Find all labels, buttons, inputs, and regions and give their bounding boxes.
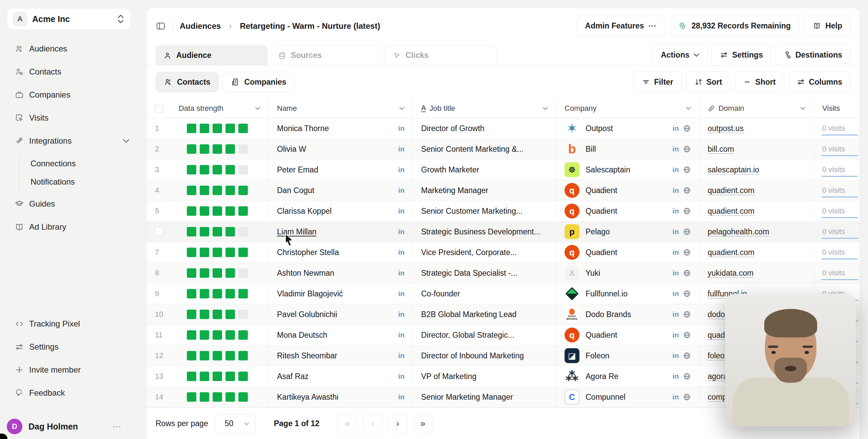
chevron-down-icon[interactable] bbox=[686, 107, 691, 110]
linkedin-icon[interactable]: in bbox=[398, 290, 405, 298]
sidebar-item-feedback[interactable]: Feedback bbox=[15, 383, 140, 402]
contact-name[interactable]: Christopher Stella bbox=[277, 248, 339, 257]
company-cell[interactable]: q Quadient in bbox=[556, 325, 699, 345]
linkedin-icon[interactable]: in bbox=[398, 248, 405, 256]
linkedin-icon[interactable]: in bbox=[672, 248, 679, 256]
name-cell[interactable]: Pavel Golubnichii in bbox=[269, 304, 413, 325]
company-cell[interactable]: ☸ Salescaptain in bbox=[556, 160, 699, 180]
domain-cell[interactable]: bill.com bbox=[699, 139, 814, 159]
linkedin-icon[interactable]: in bbox=[672, 331, 679, 339]
linkedin-icon[interactable]: in bbox=[398, 352, 405, 360]
sidebar-item-settings[interactable]: Settings bbox=[15, 337, 140, 356]
table-row[interactable]: Liam Millan in Strategic Business Develo… bbox=[147, 222, 860, 242]
globe-icon[interactable] bbox=[683, 207, 691, 215]
domain-cell[interactable]: quadient.com bbox=[699, 242, 814, 263]
domain-link[interactable]: quad bbox=[708, 331, 725, 340]
linkedin-icon[interactable]: in bbox=[398, 166, 405, 174]
sort-button[interactable]: Sort bbox=[686, 71, 731, 92]
name-cell[interactable]: Mona Deutsch in bbox=[269, 325, 413, 345]
domain-link[interactable]: foleo bbox=[708, 351, 725, 360]
name-cell[interactable]: Olivia W in bbox=[269, 139, 413, 159]
view-tab-companies[interactable]: Companies bbox=[223, 72, 295, 92]
linkedin-icon[interactable]: in bbox=[398, 372, 405, 380]
name-cell[interactable]: Dan Cogut in bbox=[269, 180, 413, 201]
domain-cell[interactable]: quadient.com bbox=[699, 201, 814, 221]
linkedin-icon[interactable]: in bbox=[672, 186, 679, 194]
company-name[interactable]: Quadient bbox=[586, 186, 617, 195]
tab-clicks[interactable]: Clicks bbox=[385, 45, 497, 65]
company-name[interactable]: Fullfunnel.io bbox=[586, 289, 628, 298]
globe-icon[interactable] bbox=[683, 166, 691, 174]
domain-link[interactable]: agora bbox=[708, 372, 728, 381]
domain-link[interactable]: bill.com bbox=[708, 145, 734, 154]
company-cell[interactable]: p Pelago in bbox=[556, 222, 699, 242]
name-cell[interactable]: Kartikeya Awasthi in bbox=[269, 387, 413, 407]
tab-sources[interactable]: Sources bbox=[270, 45, 382, 65]
contact-name[interactable]: Liam Millan bbox=[277, 227, 316, 236]
view-tab-contacts[interactable]: Contacts bbox=[156, 72, 219, 92]
domain-link[interactable]: outpost.us bbox=[708, 124, 744, 133]
domain-link[interactable]: quadient.com bbox=[708, 248, 754, 257]
table-row[interactable]: 8 Ashton Newman in Strategic Data Specia… bbox=[147, 263, 860, 284]
col-domain[interactable]: Domain bbox=[699, 99, 814, 118]
company-name[interactable]: Foleon bbox=[586, 351, 609, 360]
name-cell[interactable]: Ritesh Sheombar in bbox=[269, 346, 413, 366]
col-company[interactable]: Company bbox=[556, 99, 699, 118]
linkedin-icon[interactable]: in bbox=[672, 352, 679, 360]
table-row[interactable]: 7 Christopher Stella in Vice President, … bbox=[147, 242, 860, 263]
webcam-overlay[interactable] bbox=[725, 294, 856, 426]
table-row[interactable]: 4 Dan Cogut in Marketing Manager q Quadi… bbox=[147, 180, 860, 201]
company-cell[interactable]: C Compunnel in bbox=[556, 387, 699, 407]
contact-name[interactable]: Vladimir Blagojević bbox=[277, 289, 343, 298]
contact-name[interactable]: Mona Deutsch bbox=[277, 331, 327, 340]
tab-audience[interactable]: Audience bbox=[156, 45, 268, 65]
sidebar-item-tracking-pixel[interactable]: Tracking Pixel bbox=[15, 314, 140, 333]
destinations-button[interactable]: Destinations bbox=[775, 44, 851, 65]
globe-icon[interactable] bbox=[683, 248, 691, 256]
linkedin-icon[interactable]: in bbox=[672, 145, 679, 153]
company-name[interactable]: Quadient bbox=[586, 248, 617, 257]
col-name[interactable]: Name bbox=[269, 99, 413, 118]
company-cell[interactable]: q Quadient in bbox=[556, 242, 699, 263]
table-row[interactable]: 5 Clarissa Koppel in Senior Customer Mar… bbox=[147, 201, 860, 222]
linkedin-icon[interactable]: in bbox=[398, 393, 405, 401]
company-cell[interactable]: q Quadient in bbox=[556, 180, 699, 201]
table-row[interactable]: 3 Peter Emad in Growth Marketer ☸ Salesc… bbox=[147, 160, 860, 180]
company-name[interactable]: Yuki bbox=[586, 269, 600, 278]
linkedin-icon[interactable]: in bbox=[672, 310, 679, 318]
company-name[interactable]: Salescaptain bbox=[586, 165, 630, 174]
linkedin-icon[interactable]: in bbox=[672, 228, 679, 236]
name-cell[interactable]: Monica Thorne in bbox=[269, 118, 413, 139]
globe-icon[interactable] bbox=[683, 352, 691, 360]
linkedin-icon[interactable]: in bbox=[398, 331, 405, 339]
company-cell[interactable]: ⁂ Agora Re in bbox=[556, 366, 699, 386]
workspace-switcher[interactable]: A Acme Inc bbox=[7, 8, 131, 30]
sidebar-item-companies[interactable]: Companies bbox=[15, 85, 140, 104]
admin-features-button[interactable]: Admin Features ⋯ bbox=[577, 16, 666, 37]
name-cell[interactable]: Peter Emad in bbox=[269, 160, 413, 180]
company-name[interactable]: Agora Re bbox=[586, 372, 618, 381]
sidebar-item-contacts[interactable]: Contacts bbox=[15, 62, 140, 81]
company-cell[interactable]: q Quadient in bbox=[556, 201, 699, 221]
short-button[interactable]: Short bbox=[735, 71, 784, 92]
contact-name[interactable]: Pavel Golubnichii bbox=[277, 310, 337, 319]
table-row[interactable]: 1 Monica Thorne in Director of Growth ✶ … bbox=[147, 118, 860, 139]
user-options-icon[interactable]: ⋯ bbox=[113, 421, 122, 432]
help-button[interactable]: Help bbox=[804, 16, 851, 37]
linkedin-icon[interactable]: in bbox=[672, 393, 679, 401]
col-data-strength[interactable]: Data strength bbox=[147, 99, 269, 118]
domain-link[interactable]: comp bbox=[708, 393, 727, 402]
globe-icon[interactable] bbox=[683, 372, 691, 380]
first-page-button[interactable]: « bbox=[338, 414, 357, 434]
linkedin-icon[interactable]: in bbox=[398, 207, 405, 215]
company-cell[interactable]: Yuki in bbox=[556, 263, 699, 283]
company-name[interactable]: Compunnel bbox=[586, 393, 626, 402]
table-row[interactable]: 2 Olivia W in Senior Content Marketing &… bbox=[147, 139, 860, 160]
globe-icon[interactable] bbox=[683, 145, 691, 153]
contact-name[interactable]: Ritesh Sheombar bbox=[277, 351, 337, 360]
linkedin-icon[interactable]: in bbox=[672, 166, 679, 174]
domain-link[interactable]: dodo bbox=[708, 310, 725, 319]
sidebar-item-ad-library[interactable]: Ad Library bbox=[15, 217, 140, 236]
contact-name[interactable]: Peter Emad bbox=[277, 165, 318, 174]
linkedin-icon[interactable]: in bbox=[672, 207, 679, 215]
